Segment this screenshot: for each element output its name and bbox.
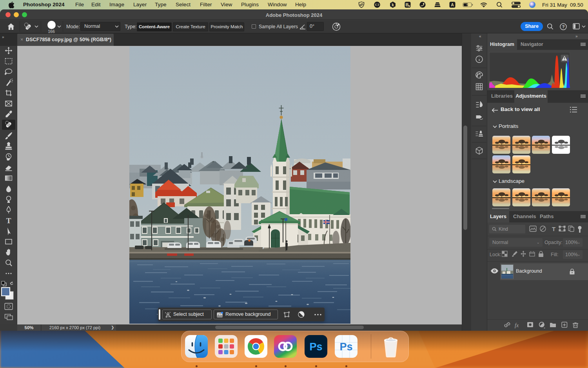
svg-text:B: B	[406, 2, 409, 7]
svg-text:?: ?	[562, 24, 565, 29]
svg-text:Ps: Ps	[339, 341, 352, 353]
svg-text:k: k	[392, 3, 394, 7]
svg-text:Fri 31 May: Fri 31 May	[542, 2, 567, 8]
svg-text:A: A	[451, 2, 454, 7]
svg-text:fx: fx	[515, 322, 519, 328]
svg-text:T: T	[6, 217, 11, 225]
svg-text:Ps: Ps	[309, 341, 322, 353]
svg-text:T: T	[552, 226, 555, 232]
svg-text:09.50: 09.50	[570, 2, 583, 8]
